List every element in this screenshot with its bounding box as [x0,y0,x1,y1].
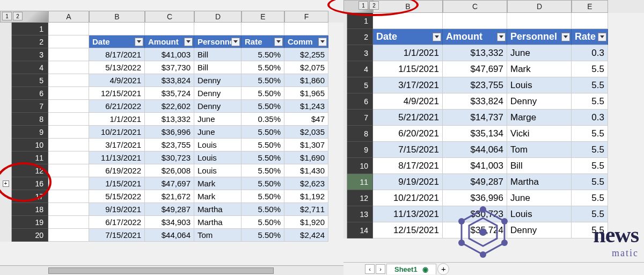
column-header-B-right[interactable]: B [373,0,443,13]
cell[interactable] [48,139,89,151]
cell[interactable]: Bill [507,158,572,174]
cell[interactable]: 5.50% [241,48,284,61]
cell[interactable]: Bill [194,48,241,61]
cell[interactable]: 12/15/2021 [373,222,443,238]
cell[interactable]: 1/15/2021 [89,177,145,190]
row-header[interactable]: 1 [347,13,373,29]
cell[interactable]: $1,243 [284,100,328,113]
cell[interactable] [89,23,145,35]
cell[interactable]: $35,724 [145,87,194,100]
cell[interactable]: 6/21/2022 [89,100,145,113]
add-sheet-button[interactable]: + [437,263,449,275]
cell[interactable]: 5.50% [241,177,284,190]
cell[interactable]: 4/9/2021 [373,93,443,110]
cell[interactable]: Tom [507,142,572,158]
cell[interactable]: 1/1/2021 [373,45,443,61]
column-header-D-right[interactable]: D [507,0,572,13]
table-row[interactable]: 38/17/2021$41,003Bill5.50%$2,255 [0,48,343,61]
cell[interactable]: 5/15/2022 [89,190,145,203]
cell[interactable]: 11/13/2021 [373,206,443,222]
cell[interactable]: 5.50% [241,151,284,164]
cell[interactable]: $41,003 [443,158,507,174]
table-row[interactable]: 86/20/2021$35,134Vicki5.5 [343,126,644,142]
table-row[interactable]: 53/17/2021$23,755Louis5.5 [343,77,644,93]
cell[interactable]: 10/21/2021 [373,190,443,206]
cell[interactable]: 11/13/2021 [89,151,145,164]
row-header[interactable]: 9 [347,142,373,158]
table-row[interactable]: 1 [0,23,343,35]
cell[interactable]: Vicki [507,126,572,142]
cell[interactable]: 5.50% [241,164,284,177]
cell[interactable]: 7/15/2021 [373,142,443,158]
row-header[interactable]: 10 [347,158,373,174]
cell[interactable]: $37,730 [145,61,194,74]
cell[interactable]: $36,996 [443,190,507,206]
cell[interactable]: $1,690 [284,151,328,164]
cell[interactable]: 0.35% [241,113,284,126]
row-header[interactable]: 3 [12,48,48,61]
cell[interactable]: 7/15/2021 [89,229,145,242]
row-header[interactable]: 11 [347,174,373,190]
table-header-date[interactable]: Date [89,35,145,48]
cell[interactable] [194,23,241,35]
table-row[interactable]: 45/13/2022$37,730Bill5.50%$2,075 [0,61,343,74]
table-row[interactable]: 108/17/2021$41,003Bill5.5 [343,158,644,174]
cell[interactable]: 5.50% [241,229,284,242]
cell[interactable]: June [507,45,572,61]
cell[interactable]: June [194,113,241,126]
cell[interactable]: 5.5 [572,93,608,110]
table-row[interactable]: 75/21/2021$14,737Marge0.3 [343,110,644,126]
row-header[interactable]: 11 [12,151,48,164]
row-header[interactable]: 9 [12,126,48,139]
cell[interactable]: $13,332 [145,113,194,126]
table-row[interactable]: 1210/21/2021$36,996June5.5 [343,190,644,206]
cell[interactable] [48,74,89,87]
cell[interactable]: $1,860 [284,74,328,87]
row-header[interactable]: 6 [347,93,373,110]
cell[interactable] [48,203,89,216]
cell[interactable] [572,13,608,29]
cell[interactable]: Martha [194,203,241,216]
cell[interactable] [48,35,89,48]
row-header[interactable]: 12 [347,190,373,206]
cell[interactable]: 5.50% [241,61,284,74]
table-row[interactable]: 196/17/2022$34,903Martha5.50%$1,920 [0,216,343,229]
cell[interactable]: Martha [507,174,572,190]
table-row[interactable]: 2DateAmountPersonnelRateComm [0,35,343,48]
cell[interactable]: $13,332 [443,45,507,61]
table-header-personnel[interactable]: Personnel [507,29,572,45]
cell[interactable]: Louis [507,77,572,93]
cell[interactable]: 5.50% [241,87,284,100]
cell[interactable]: $2,623 [284,177,328,190]
grid-body-left[interactable]: 12DateAmountPersonnelRateComm38/17/2021$… [0,23,343,265]
cell[interactable] [48,190,89,203]
row-header[interactable]: 8 [347,126,373,142]
cell[interactable] [284,23,328,35]
cell[interactable] [373,13,443,29]
cell[interactable]: Mark [194,190,241,203]
row-header[interactable]: 10 [12,139,48,151]
cell[interactable]: 5.50% [241,74,284,87]
cell[interactable]: 5.50% [241,126,284,139]
cell[interactable] [48,23,89,35]
row-header[interactable]: 13 [347,206,373,222]
outline-level-2-button-right[interactable]: 2 [369,1,379,10]
row-header[interactable]: 4 [347,61,373,77]
filter-dropdown-amount[interactable] [497,33,506,41]
cell[interactable]: 5/21/2021 [373,110,443,126]
cell[interactable]: Louis [194,139,241,151]
cell[interactable] [48,48,89,61]
cell[interactable]: $2,075 [284,61,328,74]
cell[interactable]: $35,134 [443,126,507,142]
cell[interactable] [145,23,194,35]
outline-level-1-button[interactable]: 1 [2,12,12,20]
cell[interactable]: Denny [194,100,241,113]
table-header-personnel[interactable]: Personnel [194,35,241,48]
column-header-E[interactable]: E [241,11,284,23]
sheet-tab-sheet1[interactable]: Sheet1 ◉ [386,264,436,274]
cell[interactable] [48,216,89,229]
cell[interactable]: 5.50% [241,100,284,113]
cell[interactable]: 1/1/2021 [89,113,145,126]
cell[interactable]: $26,008 [145,164,194,177]
cell[interactable]: 5.50% [241,203,284,216]
